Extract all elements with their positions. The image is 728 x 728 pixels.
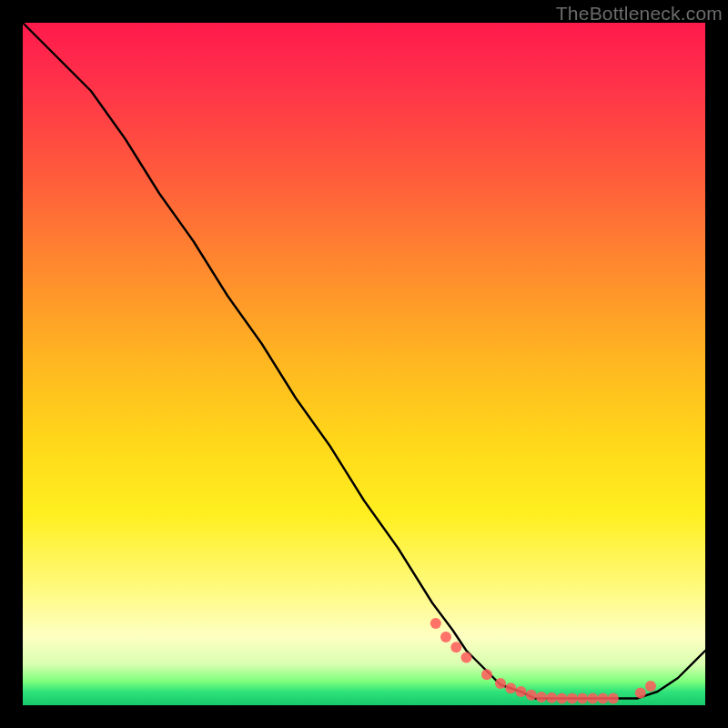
highlight-dot <box>546 693 557 703</box>
highlight-dot <box>577 693 588 704</box>
highlight-dot <box>598 693 609 704</box>
highlight-dot <box>645 681 656 692</box>
highlight-dot <box>635 688 646 699</box>
highlight-dot <box>567 693 578 704</box>
bottleneck-curve <box>23 23 705 699</box>
highlight-dot <box>587 693 598 704</box>
highlight-dot <box>495 678 506 689</box>
highlight-dot <box>505 682 516 693</box>
curve-svg <box>23 23 705 705</box>
highlight-dot <box>461 652 472 663</box>
watermark-text: TheBottleneck.com <box>556 3 723 25</box>
highlight-dots <box>430 618 656 704</box>
plot-area <box>23 23 705 705</box>
highlight-dot <box>557 693 568 704</box>
highlight-dot <box>481 669 492 680</box>
highlight-dot <box>608 693 619 704</box>
highlight-dot <box>430 618 441 629</box>
highlight-dot <box>536 692 547 703</box>
highlight-dot <box>450 642 461 652</box>
highlight-dot <box>526 690 537 701</box>
highlight-dot <box>516 686 527 697</box>
highlight-dot <box>440 632 451 642</box>
chart-stage: TheBottleneck.com <box>0 0 728 728</box>
